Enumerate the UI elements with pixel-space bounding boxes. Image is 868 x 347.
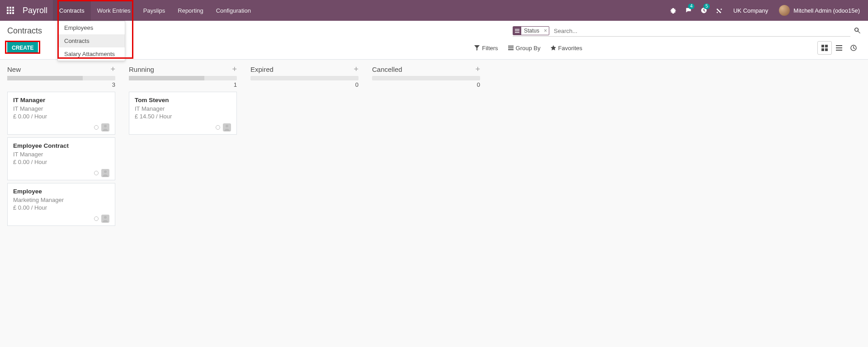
star-icon [551,45,556,51]
filters-menu[interactable]: Filters [474,45,498,52]
kanban-column-add-icon[interactable]: + [232,65,237,73]
kanban-column-add-icon[interactable]: + [475,65,480,73]
messages-badge: 4 [688,4,694,9]
kanban-column-title[interactable]: Cancelled [372,66,402,73]
kanban-column-title[interactable]: Running [129,66,154,73]
avatar [779,5,790,16]
svg-rect-6 [7,12,9,14]
kanban-view-button[interactable] [817,41,832,55]
kanban-column-title[interactable]: New [7,66,21,73]
nav-work-entries[interactable]: Work Entries [91,0,137,21]
kanban-state-dot-icon[interactable] [94,125,99,130]
kanban-card[interactable]: Employee ContractIT Manager£ 0.00 / Hour [7,137,115,180]
kanban-card-title: Tom Steven [135,97,231,103]
kanban-board: New+3IT ManagerIT Manager£ 0.00 / HourEm… [0,60,868,232]
kanban-state-dot-icon[interactable] [216,125,220,130]
create-button[interactable]: CREATE [7,42,38,54]
svg-rect-5 [12,9,14,11]
search-facet-status[interactable]: Status × [513,26,549,35]
svg-rect-4 [9,9,11,11]
favorites-menu[interactable]: Favorites [551,45,582,52]
company-selector[interactable]: UK Company [728,7,774,14]
svg-rect-17 [821,48,824,51]
kanban-card-rate: £ 0.00 / Hour [13,159,109,165]
svg-rect-16 [825,45,828,47]
search-icon[interactable] [854,27,861,35]
groupby-menu[interactable]: Group By [508,45,541,52]
nav-reporting[interactable]: Reporting [171,0,209,21]
kanban-state-dot-icon[interactable] [94,216,99,221]
kanban-card-rate: £ 14.50 / Hour [135,113,231,120]
kanban-column: Running+1Tom StevenIT Manager£ 14.50 / H… [125,63,241,137]
groupby-label: Group By [516,45,541,52]
debug-icon[interactable] [666,0,680,21]
svg-rect-11 [515,32,519,33]
contracts-dropdown: Employees Contracts Salary Attachments [57,21,125,61]
kanban-card-subtitle: IT Manager [13,105,109,112]
kanban-state-dot-icon[interactable] [94,171,99,175]
nav-contracts[interactable]: Contracts [53,0,91,21]
kanban-progress-bar [372,76,480,80]
top-nav: Payroll Contracts Work Entries Payslips … [0,0,868,21]
kanban-progress-bar [250,76,359,80]
user-menu[interactable]: Mitchell Admin (odoo15e) [775,5,863,16]
kanban-progress-bar [129,76,237,80]
filters-label: Filters [482,45,498,52]
svg-point-23 [104,125,107,127]
kanban-column-count: 0 [368,80,484,92]
topnav-right: 4 5 UK Company Mitchell Admin (odoo15e) [666,0,868,21]
kanban-column-add-icon[interactable]: + [110,65,115,73]
svg-rect-18 [825,48,828,51]
groupby-menu-icon [508,45,514,51]
kanban-card-title: IT Manager [13,97,109,103]
search-box[interactable]: Status × [513,25,850,37]
kanban-card[interactable]: Tom StevenIT Manager£ 14.50 / Hour [129,92,237,135]
kanban-card-subtitle: IT Manager [135,105,231,112]
kanban-column-title[interactable]: Expired [250,66,274,73]
facet-remove-icon[interactable]: × [542,28,549,34]
filter-icon [474,45,480,51]
search-input[interactable] [552,27,850,35]
view-switcher [817,41,861,55]
kanban-card-subtitle: Marketing Manager [13,197,109,203]
kanban-column: New+3IT ManagerIT Manager£ 0.00 / HourEm… [4,63,119,229]
activity-view-button[interactable] [846,41,861,55]
kanban-column: Expired+0 [247,63,362,92]
kanban-card-avatar[interactable] [101,215,109,223]
messages-icon[interactable]: 4 [682,0,695,21]
facet-label: Status [521,27,542,34]
nav-configuration[interactable]: Configuration [210,0,257,21]
kanban-card-avatar[interactable] [223,123,231,131]
svg-rect-12 [508,46,514,47]
dropdown-employees[interactable]: Employees [58,21,125,34]
favorites-label: Favorites [558,45,582,52]
svg-rect-2 [12,7,14,9]
kanban-card-avatar[interactable] [101,169,109,177]
svg-rect-13 [508,47,514,48]
groupby-icon [513,27,521,35]
svg-rect-3 [7,9,9,11]
kanban-card[interactable]: EmployeeMarketing Manager£ 0.00 / Hour [7,183,115,226]
svg-rect-19 [836,45,842,46]
kanban-column-add-icon[interactable]: + [354,65,359,73]
user-name: Mitchell Admin (odoo15e) [793,7,860,14]
svg-rect-0 [7,7,9,9]
app-brand[interactable]: Payroll [21,6,53,15]
svg-rect-10 [515,31,519,32]
svg-point-24 [104,170,107,173]
activities-icon[interactable]: 5 [697,0,711,21]
list-view-button[interactable] [832,41,846,55]
svg-rect-15 [821,45,824,47]
kanban-column-count: 3 [4,80,119,92]
nav-payslips[interactable]: Payslips [137,0,171,21]
kanban-progress-bar [7,76,115,80]
activities-badge: 5 [703,4,710,9]
dropdown-contracts[interactable]: Contracts [58,34,125,47]
settings-icon[interactable] [712,0,726,21]
apps-icon[interactable] [0,0,21,21]
kanban-card-title: Employee Contract [13,142,109,149]
kanban-card-title: Employee [13,188,109,195]
dropdown-salary-attachments[interactable]: Salary Attachments [58,47,125,61]
kanban-card-avatar[interactable] [101,123,109,131]
kanban-card[interactable]: IT ManagerIT Manager£ 0.00 / Hour [7,92,115,135]
